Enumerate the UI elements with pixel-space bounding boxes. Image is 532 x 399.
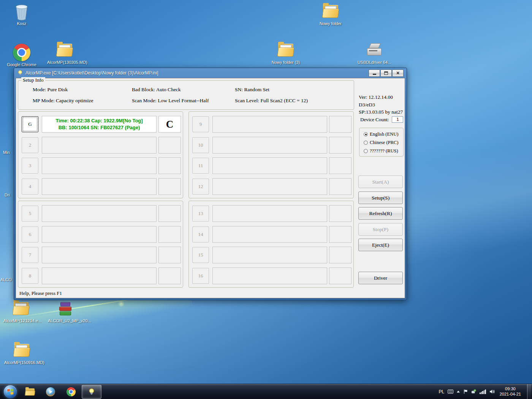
slot-status-field (42, 178, 157, 195)
maximize-icon (384, 71, 388, 75)
close-button[interactable]: × (392, 70, 404, 77)
desktop: KoszNowy folderGoogle ChromeAlcorMP(1303… (0, 0, 532, 399)
clock-time: 09:30 (500, 386, 521, 392)
slot-number-button[interactable]: 14 (192, 226, 209, 242)
language-group: English (ENU)Chinese (PRC)??????? (RUS) (359, 128, 404, 157)
status-bar: Help, Please press F1 (19, 290, 62, 296)
slot-row-10: 10 (189, 137, 353, 154)
slot-number-button[interactable]: 16 (192, 268, 209, 284)
show-desktop-button[interactable] (527, 384, 531, 399)
slot-number-button[interactable]: 2 (22, 137, 38, 153)
keyboard-icon[interactable] (448, 390, 453, 394)
app-lightbulb-icon (17, 70, 23, 76)
desktop-icon-label-clipped: Dri (5, 193, 10, 197)
window-titlebar[interactable]: AlcorMP.exe [C:\Users\kotlet\Desktop\Now… (16, 68, 405, 78)
slot-status-field (212, 178, 327, 195)
explorer-folder-icon (25, 388, 35, 396)
alcormp-window: AlcorMP.exe [C:\Users\kotlet\Desktop\Now… (14, 68, 407, 300)
taskbar-clock[interactable]: 09:30 2021-04-21 (500, 386, 521, 397)
maximize-button[interactable] (380, 70, 392, 77)
desktop-icon-usbdl-driver[interactable]: USBDLdriver 64... (357, 41, 392, 65)
slot-number-button[interactable]: G (22, 116, 38, 132)
minimize-button[interactable] (369, 70, 380, 77)
desktop-icon-alcormp-150916[interactable]: AlcorMP(150916.MD) (4, 341, 39, 365)
chrome-icon (66, 387, 76, 396)
version-line: Ver: 12.12.14.00 (359, 93, 403, 101)
desktop-icon-google-chrome[interactable]: Google Chrome (4, 43, 39, 67)
radio-label: English (ENU) (370, 131, 398, 137)
stopp-button[interactable]: Stop(P) (358, 223, 403, 236)
slot-status-field: Time: 00:22:38 Cap: 1922.9M[No Tog]BB: 1… (42, 116, 157, 133)
driver-button[interactable]: Driver (358, 272, 403, 284)
taskbar-button-media-player[interactable] (41, 385, 60, 399)
winrar-icon (56, 299, 74, 318)
ejecte-button[interactable]: Eject(E) (358, 239, 403, 251)
slot-status-field (212, 205, 327, 222)
folder-icon (55, 41, 74, 59)
desktop-icon-label: Nowy folder (313, 21, 348, 26)
slot-status-field (212, 157, 327, 174)
slot-status-field (212, 268, 327, 284)
minimize-icon (373, 74, 376, 75)
desktop-icon-label: AlcorMP(150916.MD) (4, 360, 39, 365)
radio-dot-icon (364, 141, 368, 145)
desktop-icon-alcor-u2-mp-rar[interactable]: ALCOR_U2_MP_v20... (48, 299, 83, 323)
slot-flag-field (329, 137, 352, 154)
slot-number-button[interactable]: 3 (22, 158, 38, 174)
action-center-flag-icon[interactable] (463, 389, 468, 394)
starta-button[interactable]: Start(A) (358, 176, 403, 188)
slot-number-button[interactable]: 11 (192, 158, 209, 174)
slot-group-top-right: 9101112 (188, 111, 354, 198)
radio-label: Chinese (PRC) (370, 140, 398, 146)
language-indicator[interactable]: PL (439, 389, 445, 394)
version-line: SP:13.03.05 by nat27 (359, 108, 403, 116)
start-button[interactable] (4, 385, 17, 398)
desktop-icon-alcormp-121214[interactable]: AlcorMP(121214.e... (3, 299, 38, 323)
slot-number-button[interactable]: 8 (22, 268, 38, 284)
slot-flag-field (158, 268, 181, 284)
slot-group-bottom-left: 5678 (18, 201, 183, 288)
slot-number-button[interactable]: 6 (22, 226, 38, 242)
language-radio[interactable]: Chinese (PRC) (364, 140, 398, 146)
usb-eject-icon[interactable] (471, 389, 476, 394)
desktop-icon-kosz[interactable]: Kosz (4, 2, 39, 26)
slot-number-button[interactable]: 7 (22, 247, 38, 263)
network-signal-icon[interactable] (480, 390, 486, 394)
desktop-icon-nowy-folder-3[interactable]: Nowy folder (3) (268, 41, 303, 65)
slot-number-button[interactable]: 5 (22, 206, 38, 222)
taskbar-button-chrome[interactable] (61, 385, 81, 399)
device-count-value: 1 (392, 116, 403, 123)
slot-row-11: 11 (189, 157, 353, 174)
setup-info-legend: Setup Info (21, 77, 45, 83)
slot-row-12: 12 (189, 178, 353, 195)
slot-number-button[interactable]: 4 (22, 179, 38, 195)
language-radios: English (ENU)Chinese (PRC)??????? (RUS) (364, 131, 398, 154)
setups-button[interactable]: Setup(S) (358, 192, 403, 204)
slot-row-6: 6 (18, 226, 183, 243)
desktop-icon-alcormp-130305[interactable]: AlcorMP(130305.MD) (47, 41, 82, 65)
hidden-icons-arrow[interactable] (457, 391, 460, 393)
taskbar-button-explorer[interactable] (20, 385, 40, 399)
slot-number-button[interactable]: 12 (192, 179, 209, 195)
slot-number-button[interactable]: 10 (192, 137, 209, 153)
desktop-icon-label: Google Chrome (4, 62, 39, 67)
slot-number-button[interactable]: 13 (192, 206, 209, 222)
light-glow (118, 300, 125, 307)
slot-number-button[interactable]: 15 (192, 247, 209, 263)
window-client: Setup Info Mode: Pure DiskBad Block: Aut… (16, 78, 405, 298)
taskbar: PL 09:30 2021-04-21 (0, 384, 532, 399)
volume-icon[interactable] (489, 389, 495, 394)
slot-flag-field (158, 178, 181, 195)
slot-status-field (212, 226, 327, 243)
refreshr-button[interactable]: Refresh(R) (358, 207, 403, 220)
slot-row-4: 4 (18, 178, 183, 195)
taskbar-button-alcormp[interactable] (82, 385, 101, 399)
radio-label: ??????? (RUS) (370, 148, 398, 154)
slot-row-8: 8 (18, 268, 183, 284)
language-radio[interactable]: English (ENU) (364, 131, 398, 137)
language-radio[interactable]: ??????? (RUS) (364, 148, 398, 154)
slot-number-button[interactable]: 9 (192, 116, 209, 132)
device-count-label: Device Count: (360, 117, 389, 123)
desktop-icon-nowy-folder[interactable]: Nowy folder (313, 2, 348, 26)
slot-status-field (212, 137, 327, 154)
